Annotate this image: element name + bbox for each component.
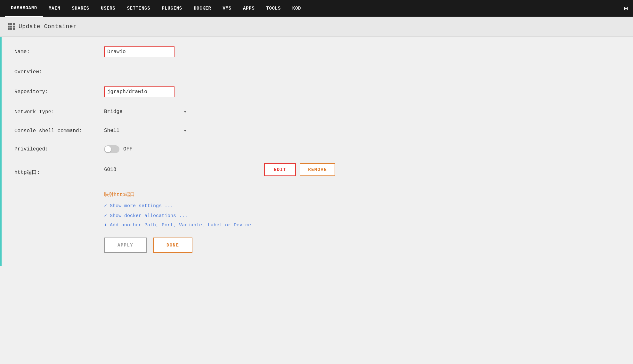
- name-label: Name:: [14, 49, 104, 55]
- privileged-row: Privileged: OFF: [14, 145, 614, 153]
- content-wrapper: Name: Overview: Repository: Network Type…: [0, 37, 633, 266]
- page-header: Update Container: [0, 17, 633, 37]
- network-type-select-wrap: Bridge Host None Custom ▼: [104, 108, 258, 116]
- nav-item-settings[interactable]: SETTINGS: [121, 1, 156, 16]
- overview-row: Overview:: [14, 68, 614, 76]
- nav-item-users[interactable]: USERS: [95, 1, 121, 16]
- network-type-label: Network Type:: [14, 109, 104, 115]
- overview-input[interactable]: [104, 68, 258, 76]
- http-port-input[interactable]: [104, 166, 258, 174]
- nav-item-dashboard[interactable]: DASHBOARD: [5, 0, 43, 17]
- nav-item-apps[interactable]: APPS: [237, 1, 260, 16]
- nav-item-shares[interactable]: SHARES: [66, 1, 95, 16]
- console-shell-row: Console shell command: Shell bash sh zsh…: [14, 126, 614, 135]
- nav-item-kod[interactable]: KOD: [287, 1, 307, 16]
- name-input-wrap: [104, 46, 258, 57]
- done-button[interactable]: DONE: [153, 238, 192, 253]
- network-type-dropdown: Bridge Host None Custom ▼: [104, 108, 187, 116]
- nav-items: DASHBOARD MAIN SHARES USERS SETTINGS PLU…: [5, 0, 307, 17]
- nav-item-docker[interactable]: DOCKER: [188, 1, 217, 16]
- console-shell-label: Console shell command:: [14, 128, 104, 134]
- nav-item-main[interactable]: MAIN: [43, 1, 66, 16]
- console-shell-select[interactable]: Shell bash sh zsh: [104, 126, 187, 135]
- overview-label: Overview:: [14, 69, 104, 75]
- add-another-link[interactable]: + Add another Path, Port, Variable, Labe…: [104, 222, 614, 228]
- port-row: EDIT REMOVE: [104, 163, 614, 176]
- nav-item-vms[interactable]: VMS: [217, 1, 237, 16]
- console-shell-dropdown: Shell bash sh zsh ▼: [104, 126, 187, 135]
- http-port-row: http端口: EDIT REMOVE: [14, 163, 614, 181]
- toggle-knob: [105, 146, 111, 152]
- overview-input-wrap: [104, 68, 258, 76]
- privileged-toggle[interactable]: [104, 145, 119, 153]
- apply-button[interactable]: APPLY: [104, 238, 147, 253]
- privileged-toggle-wrap: OFF: [104, 145, 133, 153]
- port-input-wrap: [104, 166, 258, 174]
- nav-icon[interactable]: ⊞: [624, 4, 628, 12]
- show-more-link[interactable]: ✓ Show more settings ...: [104, 203, 614, 209]
- grid-icon: [8, 23, 15, 30]
- bottom-buttons: APPLY DONE: [104, 238, 614, 253]
- port-buttons: EDIT REMOVE: [264, 163, 335, 176]
- page-title: Update Container: [19, 23, 77, 30]
- name-row: Name:: [14, 46, 614, 57]
- privileged-label: Privileged:: [14, 146, 104, 152]
- network-type-select[interactable]: Bridge Host None Custom: [104, 108, 187, 116]
- name-input[interactable]: [104, 46, 174, 57]
- repository-label: Repository:: [14, 89, 104, 95]
- repository-input[interactable]: [104, 86, 174, 97]
- map-port-link[interactable]: 映射http端口: [104, 191, 614, 198]
- main-content: Name: Overview: Repository: Network Type…: [2, 37, 633, 266]
- show-docker-link[interactable]: ✓ Show docker allocations ...: [104, 213, 614, 219]
- http-port-label: http端口:: [14, 169, 104, 176]
- repository-row: Repository:: [14, 86, 614, 97]
- links-section: 映射http端口 ✓ Show more settings ... ✓ Show…: [104, 191, 614, 228]
- network-type-row: Network Type: Bridge Host None Custom ▼: [14, 108, 614, 116]
- privileged-toggle-label: OFF: [123, 146, 133, 152]
- console-shell-select-wrap: Shell bash sh zsh ▼: [104, 126, 258, 135]
- navbar: DASHBOARD MAIN SHARES USERS SETTINGS PLU…: [0, 0, 633, 17]
- nav-item-tools[interactable]: TOOLS: [260, 1, 287, 16]
- edit-button[interactable]: EDIT: [264, 163, 296, 176]
- repository-input-wrap: [104, 86, 258, 97]
- remove-button[interactable]: REMOVE: [300, 163, 335, 176]
- nav-item-plugins[interactable]: PLUGINS: [156, 1, 188, 16]
